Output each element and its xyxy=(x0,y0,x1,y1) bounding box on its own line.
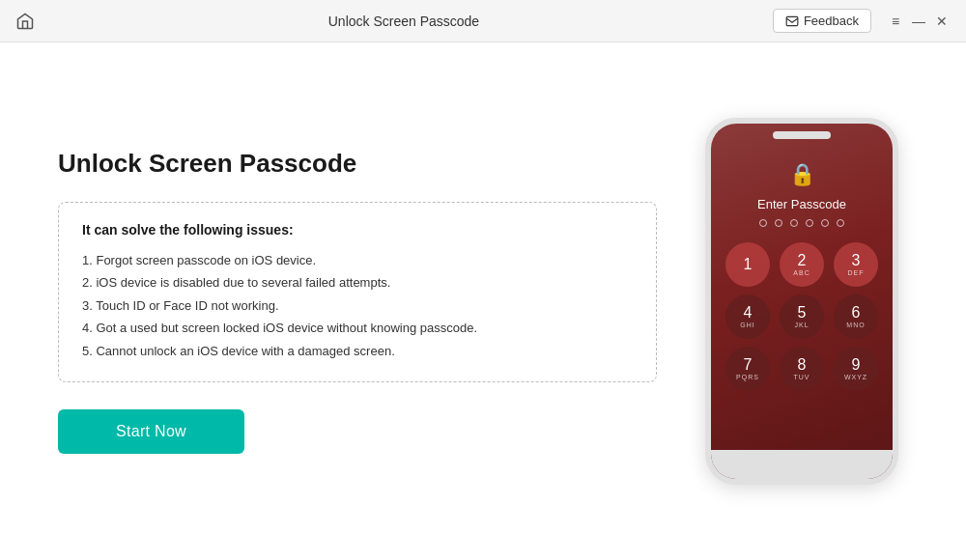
num-btn-6[interactable]: 6MNO xyxy=(834,294,878,339)
dot xyxy=(790,219,798,227)
num-btn-8[interactable]: 8TUV xyxy=(780,347,824,391)
numpad: 12ABC3DEF4GHI5JKL6MNO7PQRS8TUV9WXYZ xyxy=(711,242,893,391)
right-panel: 🔒 Enter Passcode 12ABC3DEF4GHI5JKL6MNO7P… xyxy=(696,118,908,485)
num-main: 5 xyxy=(798,305,807,321)
feedback-label: Feedback xyxy=(804,14,859,28)
dot xyxy=(759,219,767,227)
passcode-dots xyxy=(759,219,844,227)
phone-screen: 🔒 Enter Passcode 12ABC3DEF4GHI5JKL6MNO7P… xyxy=(711,124,893,479)
dot xyxy=(806,219,813,227)
num-btn-1[interactable]: 1 xyxy=(725,242,770,287)
issues-box: It can solve the following issues: 1. Fo… xyxy=(58,202,657,382)
close-button[interactable]: ✕ xyxy=(933,13,951,30)
num-main: 9 xyxy=(852,357,861,373)
page-title: Unlock Screen Passcode xyxy=(58,149,657,179)
num-main: 1 xyxy=(744,257,753,272)
dot xyxy=(775,219,782,227)
num-btn-3[interactable]: 3DEF xyxy=(834,242,878,287)
num-main: 6 xyxy=(852,305,861,321)
menu-button[interactable]: ≡ xyxy=(887,13,904,30)
num-btn-9[interactable]: 9WXYZ xyxy=(834,347,878,391)
titlebar-right: Feedback ≡ — ✕ xyxy=(773,9,951,33)
list-item: 4. Got a used but screen locked iOS devi… xyxy=(82,317,633,339)
main-content: Unlock Screen Passcode It can solve the … xyxy=(0,42,966,560)
list-item: 1. Forgot screen passcode on iOS device. xyxy=(82,249,633,271)
num-sub: ABC xyxy=(793,269,810,276)
num-sub: DEF xyxy=(848,269,865,276)
titlebar-left xyxy=(15,12,35,31)
feedback-button[interactable]: Feedback xyxy=(773,9,871,33)
num-main: 2 xyxy=(798,253,807,268)
lock-icon: 🔒 xyxy=(789,162,815,187)
svg-rect-0 xyxy=(786,16,798,25)
num-sub: JKL xyxy=(794,322,809,328)
num-main: 7 xyxy=(744,357,753,373)
list-item: 3. Touch ID or Face ID not working. xyxy=(82,294,633,317)
phone-mockup: 🔒 Enter Passcode 12ABC3DEF4GHI5JKL6MNO7P… xyxy=(705,118,898,485)
num-btn-2[interactable]: 2ABC xyxy=(780,242,824,287)
phone-notch xyxy=(773,131,831,139)
minimize-button[interactable]: — xyxy=(910,13,927,30)
num-main: 3 xyxy=(852,253,861,268)
left-panel: Unlock Screen Passcode It can solve the … xyxy=(58,149,696,454)
start-now-button[interactable]: Start Now xyxy=(58,409,244,454)
num-sub: PQRS xyxy=(736,374,759,380)
home-icon[interactable] xyxy=(15,12,35,31)
dot xyxy=(821,219,829,227)
titlebar: Unlock Screen Passcode Feedback ≡ — ✕ xyxy=(0,0,966,42)
dot xyxy=(837,219,844,227)
num-sub: TUV xyxy=(794,374,810,380)
issues-list: 1. Forgot screen passcode on iOS device.… xyxy=(82,249,633,362)
app-title: Unlock Screen Passcode xyxy=(328,14,479,29)
window-controls: ≡ — ✕ xyxy=(887,13,951,30)
num-btn-5[interactable]: 5JKL xyxy=(780,294,824,339)
issues-heading: It can solve the following issues: xyxy=(82,222,633,238)
num-main: 8 xyxy=(798,357,807,373)
enter-passcode-text: Enter Passcode xyxy=(757,197,846,211)
mail-icon xyxy=(785,14,799,28)
list-item: 5. Cannot unlock an iOS device with a da… xyxy=(82,340,633,362)
num-main: 4 xyxy=(744,305,753,321)
list-item: 2. iOS device is disabled due to several… xyxy=(82,271,633,294)
num-sub: MNO xyxy=(846,322,865,328)
phone-bottom xyxy=(711,450,893,479)
num-sub: GHI xyxy=(740,322,754,328)
num-btn-4[interactable]: 4GHI xyxy=(725,294,770,339)
num-btn-7[interactable]: 7PQRS xyxy=(725,347,770,391)
num-sub: WXYZ xyxy=(844,374,867,380)
